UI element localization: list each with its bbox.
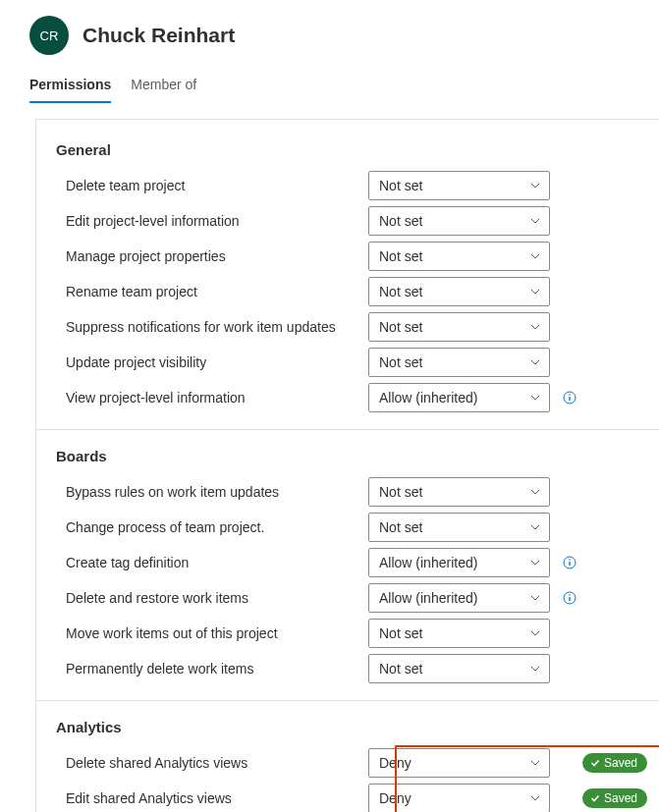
permission-label: Delete team project xyxy=(66,178,360,193)
permission-label: Permanently delete work items xyxy=(66,661,360,677)
permission-value: Not set xyxy=(379,319,422,335)
permission-label: Bypass rules on work item updates xyxy=(66,484,360,500)
permission-label: Delete shared Analytics views xyxy=(66,755,360,771)
svg-rect-5 xyxy=(569,562,570,566)
chevron-down-icon xyxy=(529,663,541,675)
permission-select[interactable]: Not set xyxy=(368,206,550,236)
permission-label: Rename team project xyxy=(66,284,360,299)
permission-value: Not set xyxy=(379,484,422,500)
svg-point-4 xyxy=(569,559,571,561)
permission-value: Allow (inherited) xyxy=(379,555,477,570)
permission-label: Change process of team project. xyxy=(66,519,360,535)
permission-value: Deny xyxy=(379,790,412,806)
permission-select[interactable]: Deny xyxy=(368,784,550,812)
chevron-down-icon xyxy=(529,392,541,404)
permission-row: Permanently delete work itemsNot set xyxy=(56,651,659,686)
permission-value: Not set xyxy=(379,248,422,264)
chevron-down-icon xyxy=(529,757,541,769)
permission-value: Not set xyxy=(379,661,422,677)
avatar: CR xyxy=(29,16,69,55)
permission-select[interactable]: Allow (inherited) xyxy=(368,583,550,613)
tab-permissions[interactable]: Permissions xyxy=(29,69,111,102)
permission-select[interactable]: Deny xyxy=(368,748,550,778)
permission-row: Rename team projectNot set xyxy=(56,274,659,309)
permission-select[interactable]: Not set xyxy=(368,619,550,648)
check-icon xyxy=(590,758,600,768)
section-title: Boards xyxy=(56,448,659,464)
chevron-down-icon xyxy=(529,486,541,498)
permission-row: Delete and restore work itemsAllow (inhe… xyxy=(56,580,659,616)
permission-row: Bypass rules on work item updatesNot set xyxy=(56,474,659,510)
section-boards: BoardsBypass rules on work item updatesN… xyxy=(36,429,659,686)
permission-label: Update project visibility xyxy=(66,354,360,370)
saved-label: Saved xyxy=(604,756,637,770)
permission-select[interactable]: Allow (inherited) xyxy=(368,548,550,577)
chevron-down-icon xyxy=(529,356,541,368)
permission-select[interactable]: Not set xyxy=(368,477,550,507)
permission-value: Allow (inherited) xyxy=(379,390,477,406)
permission-label: Move work items out of this project xyxy=(66,625,360,641)
permission-row: Change process of team project.Not set xyxy=(56,510,659,545)
permission-label: Edit shared Analytics views xyxy=(66,790,360,806)
svg-point-1 xyxy=(569,394,571,396)
tab-member-of[interactable]: Member of xyxy=(131,69,196,102)
permission-row: Move work items out of this projectNot s… xyxy=(56,616,659,651)
info-icon[interactable] xyxy=(562,555,577,570)
info-icon[interactable] xyxy=(562,590,577,606)
permission-select[interactable]: Not set xyxy=(368,348,550,377)
tabs: Permissions Member of xyxy=(0,69,659,103)
permission-row: Edit shared Analytics viewsDenySaved xyxy=(56,781,659,812)
svg-rect-8 xyxy=(569,597,570,601)
permission-value: Not set xyxy=(379,178,422,193)
permission-select[interactable]: Allow (inherited) xyxy=(368,383,550,412)
permission-label: Suppress notifications for work item upd… xyxy=(66,319,360,335)
permission-select[interactable]: Not set xyxy=(368,277,550,306)
permission-value: Not set xyxy=(379,519,422,535)
permission-label: Delete and restore work items xyxy=(66,590,360,606)
chevron-down-icon xyxy=(529,627,541,639)
permission-value: Not set xyxy=(379,354,422,370)
chevron-down-icon xyxy=(529,286,541,298)
saved-label: Saved xyxy=(604,791,637,805)
page-title: Chuck Reinhart xyxy=(82,24,235,47)
permission-value: Not set xyxy=(379,213,422,229)
permission-value: Deny xyxy=(379,755,412,771)
permission-value: Allow (inherited) xyxy=(379,590,477,606)
permission-label: Manage project properties xyxy=(66,248,360,264)
permission-label: Create tag definition xyxy=(66,555,360,570)
section-analytics: AnalyticsDelete shared Analytics viewsDe… xyxy=(36,700,659,812)
permission-row: Create tag definitionAllow (inherited) xyxy=(56,545,659,580)
permission-row: View project-level informationAllow (inh… xyxy=(56,380,659,415)
permissions-panel: GeneralDelete team projectNot setEdit pr… xyxy=(35,119,659,812)
svg-rect-2 xyxy=(569,397,570,401)
permission-label: Edit project-level information xyxy=(66,213,360,229)
chevron-down-icon xyxy=(529,250,541,262)
permission-select[interactable]: Not set xyxy=(368,242,550,271)
permission-value: Not set xyxy=(379,625,422,641)
permission-select[interactable]: Not set xyxy=(368,654,550,683)
section-title: Analytics xyxy=(56,719,659,735)
permission-row: Suppress notifications for work item upd… xyxy=(56,309,659,345)
permission-row: Delete team projectNot set xyxy=(56,168,659,203)
permission-row: Delete shared Analytics viewsDenySaved xyxy=(56,745,659,781)
chevron-down-icon xyxy=(529,215,541,227)
section-title: General xyxy=(56,141,659,158)
permission-row: Manage project propertiesNot set xyxy=(56,239,659,274)
permission-select[interactable]: Not set xyxy=(368,312,550,342)
chevron-down-icon xyxy=(529,557,541,568)
info-icon[interactable] xyxy=(562,390,577,406)
section-general: GeneralDelete team projectNot setEdit pr… xyxy=(36,141,659,415)
chevron-down-icon xyxy=(529,521,541,533)
permission-select[interactable]: Not set xyxy=(368,513,550,542)
permission-label: View project-level information xyxy=(66,390,360,406)
svg-point-7 xyxy=(569,594,571,596)
permission-row: Update project visibilityNot set xyxy=(56,345,659,380)
check-icon xyxy=(590,793,600,803)
chevron-down-icon xyxy=(529,792,541,804)
chevron-down-icon xyxy=(529,592,541,604)
permission-select[interactable]: Not set xyxy=(368,171,550,200)
permission-row: Edit project-level informationNot set xyxy=(56,203,659,239)
chevron-down-icon xyxy=(529,321,541,333)
permission-value: Not set xyxy=(379,284,422,299)
saved-badge: Saved xyxy=(582,788,647,808)
